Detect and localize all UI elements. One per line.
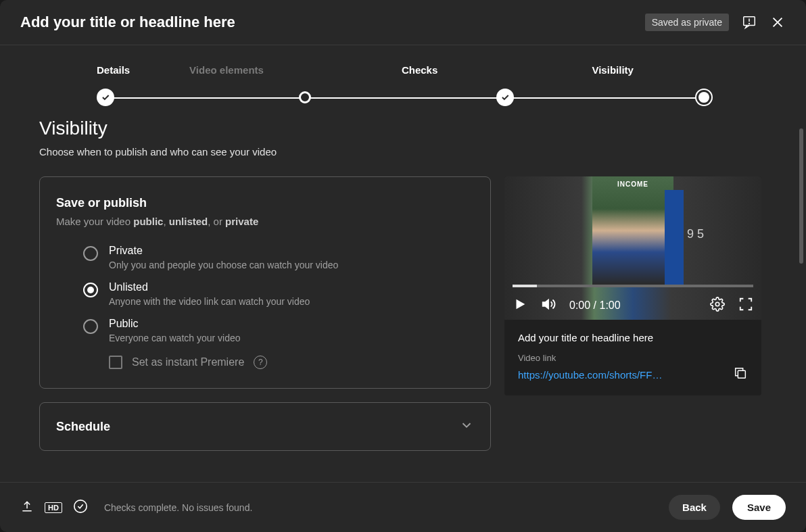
step-checks[interactable]: Checks [323, 64, 517, 91]
header-actions: Saved as private [645, 14, 786, 31]
video-preview[interactable]: INCOME 9 5 [504, 176, 761, 320]
stepper: Details Video elements Checks Visibility [97, 64, 709, 91]
svg-point-7 [715, 302, 719, 306]
radio-unlisted[interactable]: Unlisted Anyone with the video link can … [56, 276, 474, 312]
svg-point-9 [74, 500, 87, 512]
scrollbar-thumb[interactable] [799, 128, 803, 264]
save-publish-title: Save or publish [56, 196, 474, 210]
preview-numbers: 9 5 [687, 227, 704, 241]
preview-info: Add your title or headline here Video li… [504, 320, 761, 395]
play-icon[interactable] [513, 297, 527, 314]
section-heading: Visibility [39, 118, 767, 139]
radio-label: Private [109, 245, 474, 257]
status-text: Checks complete. No issues found. [104, 502, 252, 513]
save-publish-subtitle: Make your video public, unlisted, or pri… [56, 216, 474, 227]
dialog-header: Add your title or headline here Saved as… [0, 0, 806, 45]
progress-bar[interactable] [513, 285, 753, 287]
preview-link[interactable]: https://youtube.com/shorts/FF… [518, 369, 662, 381]
save-status-badge: Saved as private [645, 14, 729, 31]
radio-desc: Everyone can watch your video [109, 333, 474, 343]
copy-icon[interactable] [733, 366, 748, 383]
svg-marker-6 [543, 300, 548, 309]
footer-icons: HD [20, 499, 88, 516]
premiere-checkbox[interactable] [109, 356, 122, 369]
fullscreen-icon[interactable] [738, 297, 753, 314]
svg-marker-5 [517, 299, 525, 310]
preview-title: Add your title or headline here [518, 332, 748, 343]
dialog-content: Details Video elements Checks Visibility [0, 45, 806, 482]
stepper-track [97, 89, 709, 106]
radio-private[interactable]: Private Only you and people you choose c… [56, 239, 474, 276]
step-dot-checks[interactable] [496, 89, 514, 106]
svg-point-2 [749, 23, 750, 24]
time-display: 0:00 / 1:00 [569, 299, 621, 312]
preview-thumbnail: INCOME [592, 176, 673, 285]
svg-rect-8 [738, 370, 745, 378]
section-subtitle: Choose when to publish and who can see y… [39, 146, 767, 158]
hd-badge: HD [45, 502, 62, 513]
radio-label: Public [109, 318, 474, 330]
radio-public[interactable]: Public Everyone can watch your video [56, 312, 474, 349]
schedule-title: Schedule [56, 420, 110, 434]
step-video-elements[interactable]: Video elements [130, 64, 323, 91]
step-visibility[interactable]: Visibility [516, 64, 709, 91]
feedback-icon[interactable] [741, 14, 757, 30]
left-column: Save or publish Make your video public, … [39, 176, 491, 451]
radio-label: Unlisted [109, 281, 474, 293]
upload-icon[interactable] [20, 500, 34, 516]
radio-desc: Anyone with the video link can watch you… [109, 296, 474, 307]
step-dot-visibility[interactable] [698, 92, 709, 103]
player-controls: 0:00 / 1:00 [513, 297, 753, 314]
back-button[interactable]: Back [669, 495, 720, 520]
save-button[interactable]: Save [732, 495, 786, 520]
progress-fill [513, 285, 537, 287]
settings-icon[interactable] [710, 297, 725, 314]
close-icon[interactable] [769, 14, 786, 30]
premiere-row[interactable]: Set as instant Premiere ? [56, 349, 474, 369]
chevron-down-icon [459, 418, 474, 435]
schedule-card[interactable]: Schedule [39, 402, 491, 451]
dialog-footer: HD Checks complete. No issues found. Bac… [0, 482, 806, 532]
preview-link-row: https://youtube.com/shorts/FF… [518, 366, 748, 383]
dialog-title: Add your title or headline here [20, 14, 235, 31]
upload-dialog: Add your title or headline here Saved as… [0, 0, 806, 532]
scrollbar[interactable] [799, 54, 805, 478]
radio-icon [83, 283, 98, 297]
step-dot-details[interactable] [97, 89, 114, 106]
help-icon[interactable]: ? [254, 356, 267, 369]
preview-card: INCOME 9 5 [504, 176, 761, 395]
step-dot-video-elements[interactable] [299, 91, 311, 103]
radio-desc: Only you and people you choose can watch… [109, 260, 474, 270]
right-column: INCOME 9 5 [504, 176, 761, 451]
radio-icon [83, 246, 98, 261]
step-details[interactable]: Details [97, 64, 130, 91]
volume-icon[interactable] [541, 297, 556, 314]
preview-bar [665, 190, 684, 285]
check-circle-icon [73, 499, 88, 516]
premiere-label: Set as instant Premiere [132, 356, 244, 368]
save-publish-card: Save or publish Make your video public, … [39, 176, 491, 389]
main-body: Save or publish Make your video public, … [39, 176, 767, 451]
preview-link-label: Video link [518, 353, 748, 363]
radio-icon [83, 319, 98, 334]
